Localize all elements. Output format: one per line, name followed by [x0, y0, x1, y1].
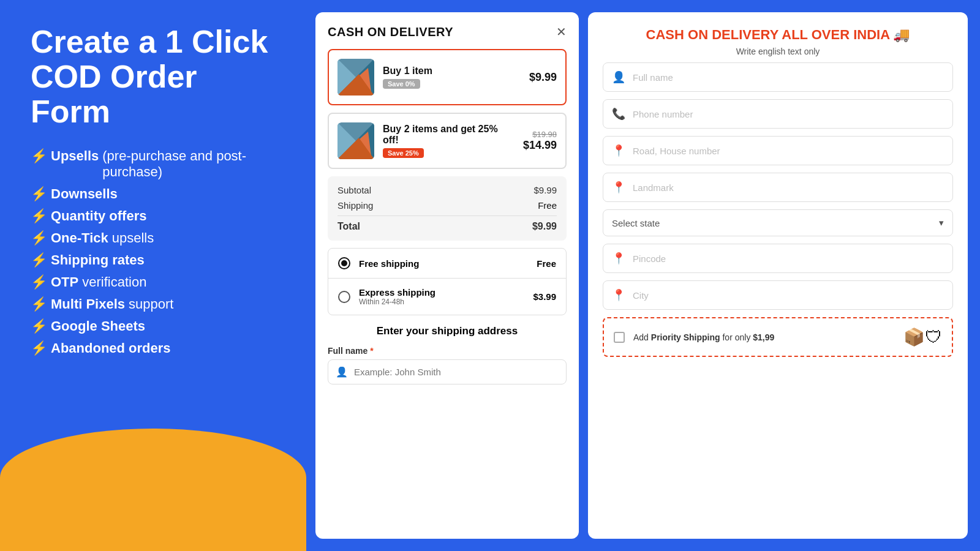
bolt-icon: ⚡ [31, 252, 47, 268]
product-title: Buy 2 items and get 25% off! [383, 124, 514, 146]
select-state-label: Select state [612, 218, 660, 228]
form-field[interactable]: 📞 Phone number [603, 99, 953, 129]
feature-item: ⚡Downsells [31, 186, 282, 202]
shipping-price: $3.99 [533, 291, 556, 302]
field-placeholder: Landmark [633, 182, 674, 193]
fullname-input-row[interactable]: 👤 [328, 359, 567, 384]
shipping-price: Free [537, 258, 556, 269]
shipping-label: Shipping [337, 200, 373, 211]
form-field[interactable]: 📍 Pincode [603, 244, 953, 273]
product-price: $19.98 $14.99 [523, 130, 557, 152]
feature-item: ⚡One-Tickupsells [31, 230, 282, 246]
select-state-dropdown[interactable]: Select state ▾ [603, 209, 953, 236]
form-field[interactable]: 📍 Landmark [603, 173, 953, 202]
field-icon: 📍 [612, 252, 625, 265]
product-info: Buy 2 items and get 25% off! Save 25% [383, 124, 514, 158]
address-section: Enter your shipping address Full name * … [328, 325, 567, 384]
field-placeholder: Pincode [633, 253, 666, 264]
close-button[interactable]: ✕ [556, 24, 567, 39]
person-icon: 👤 [336, 366, 348, 378]
fullname-label: Full name * [328, 346, 567, 356]
package-icon: 📦🛡 [903, 327, 942, 347]
right-title: CASH ON DELIVERY ALL OVER INDIA 🚚 [603, 27, 953, 43]
priority-checkbox[interactable] [614, 332, 625, 343]
field-icon: 📍 [612, 181, 625, 194]
field-icon: 📞 [612, 107, 625, 121]
bolt-icon: ⚡ [31, 274, 47, 290]
product-cards: Buy 1 item Save 0% $9.99 Buy 2 items and… [328, 49, 567, 169]
shipping-options: Free shipping Free Express shipping With… [328, 248, 567, 315]
feature-item: ⚡Shipping rates [31, 252, 282, 268]
product-card[interactable]: Buy 2 items and get 25% off! Save 25% $1… [328, 113, 567, 169]
priority-text: Add Priority Shipping for only $1,99 [633, 332, 895, 342]
shipping-info: Express shipping Within 24-48h [359, 287, 524, 306]
summary-total-row: Total $9.99 [337, 216, 557, 232]
right-panel: CASH ON DELIVERY ALL OVER INDIA 🚚 Write … [588, 12, 968, 539]
product-info: Buy 1 item Save 0% [383, 66, 521, 89]
feature-list: ⚡Upsells(pre-purchase and post-purchase)… [31, 148, 282, 356]
shipping-option[interactable]: Free shipping Free [328, 249, 566, 279]
field-placeholder: Phone number [633, 109, 693, 119]
right-header: CASH ON DELIVERY ALL OVER INDIA 🚚 Write … [603, 27, 953, 56]
total-label: Total [337, 221, 360, 232]
right-fields-top: 👤 Full name 📞 Phone number 📍 Road, House… [603, 62, 953, 202]
radio-button[interactable] [338, 291, 350, 303]
field-icon: 📍 [612, 144, 625, 157]
subtotal-value: $9.99 [533, 185, 557, 195]
product-image [337, 122, 374, 159]
right-subtitle: Write english text only [603, 47, 953, 56]
feature-item: ⚡Upsells(pre-purchase and post-purchase) [31, 148, 282, 180]
right-fields-bottom: 📍 Pincode 📍 City [603, 244, 953, 310]
shipping-info: Free shipping [359, 258, 528, 269]
shipping-name: Express shipping [359, 287, 524, 298]
shipping-name: Free shipping [359, 258, 528, 269]
product-title: Buy 1 item [383, 66, 521, 77]
bolt-icon: ⚡ [31, 318, 47, 334]
feature-item: ⚡OTPverification [31, 274, 282, 290]
field-placeholder: Full name [633, 72, 673, 83]
field-placeholder: City [633, 290, 649, 301]
address-heading: Enter your shipping address [328, 325, 567, 337]
summary-subtotal-row: Subtotal $9.99 [337, 185, 557, 195]
bolt-icon: ⚡ [31, 208, 47, 224]
bolt-icon: ⚡ [31, 148, 47, 164]
cod-header: CASH ON DELIVERY ✕ [328, 24, 567, 39]
save-badge: Save 0% [383, 79, 420, 89]
bolt-icon: ⚡ [31, 296, 47, 312]
cod-title: CASH ON DELIVERY [328, 25, 453, 39]
feature-item: ⚡Abandoned orders [31, 340, 282, 356]
feature-item: ⚡Google Sheets [31, 318, 282, 334]
fullname-input[interactable] [354, 367, 559, 377]
middle-panel: CASH ON DELIVERY ✕ Buy 1 item Save 0% $9… [315, 12, 579, 539]
total-value: $9.99 [532, 221, 557, 232]
save-badge: Save 25% [383, 148, 424, 158]
current-price: $14.99 [523, 139, 557, 152]
product-price: $9.99 [529, 71, 557, 84]
product-card[interactable]: Buy 1 item Save 0% $9.99 [328, 49, 567, 105]
form-field[interactable]: 📍 Road, House number [603, 136, 953, 165]
required-star: * [370, 346, 373, 356]
form-field[interactable]: 📍 City [603, 280, 953, 310]
shipping-value: Free [538, 200, 557, 211]
left-panel: Create a 1 Click COD Order Form ⚡Upsells… [0, 0, 306, 551]
form-field[interactable]: 👤 Full name [603, 62, 953, 92]
field-icon: 📍 [612, 288, 625, 302]
bolt-icon: ⚡ [31, 230, 47, 246]
field-icon: 👤 [612, 70, 625, 84]
feature-item: ⚡Quantity offers [31, 208, 282, 224]
chevron-down-icon: ▾ [939, 217, 944, 228]
original-price: $19.98 [523, 130, 557, 139]
subtotal-label: Subtotal [337, 185, 371, 195]
product-image [337, 59, 374, 96]
page-title: Create a 1 Click COD Order Form [31, 24, 282, 130]
bolt-icon: ⚡ [31, 186, 47, 202]
shipping-options-list: Free shipping Free Express shipping With… [328, 249, 566, 315]
current-price: $9.99 [529, 71, 557, 84]
radio-button[interactable] [338, 257, 350, 269]
feature-item: ⚡Multi Pixelssupport [31, 296, 282, 312]
shipping-sub: Within 24-48h [359, 298, 524, 306]
priority-shipping-box[interactable]: Add Priority Shipping for only $1,99 📦🛡 [603, 317, 953, 357]
summary-shipping-row: Shipping Free [337, 200, 557, 211]
shipping-option[interactable]: Express shipping Within 24-48h $3.99 [328, 279, 566, 315]
field-placeholder: Road, House number [633, 146, 720, 156]
